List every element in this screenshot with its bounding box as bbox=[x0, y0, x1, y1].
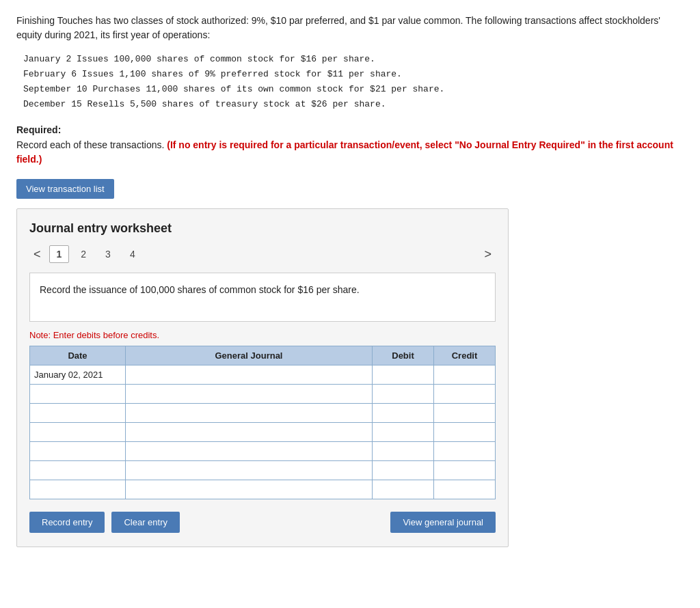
debit-input-4[interactable] bbox=[373, 423, 433, 441]
table-row bbox=[30, 385, 496, 404]
transaction-2: February 6 Issues 1,100 shares of 9% pre… bbox=[23, 67, 684, 82]
transaction-3: September 10 Purchases 11,000 shares of … bbox=[23, 82, 684, 97]
header-credit: Credit bbox=[434, 346, 496, 365]
credit-cell-4[interactable] bbox=[434, 423, 496, 442]
table-row bbox=[30, 480, 496, 499]
debit-input-2[interactable] bbox=[373, 385, 433, 403]
credit-input-1[interactable] bbox=[434, 365, 495, 384]
credit-cell-3[interactable] bbox=[434, 404, 496, 423]
required-body: Record each of these transactions. (If n… bbox=[16, 138, 684, 167]
credit-cell-2[interactable] bbox=[434, 385, 496, 404]
debit-input-1[interactable] bbox=[373, 365, 433, 384]
instruction-box: Record the issuance of 100,000 shares of… bbox=[29, 273, 496, 322]
debit-cell-4[interactable] bbox=[373, 423, 434, 442]
debit-input-5[interactable] bbox=[373, 442, 433, 460]
table-row bbox=[30, 461, 496, 480]
header-general-journal: General Journal bbox=[126, 346, 373, 365]
header-date: Date bbox=[30, 346, 126, 365]
date-cell-6 bbox=[30, 461, 126, 480]
debit-cell-6[interactable] bbox=[373, 461, 434, 480]
journal-input-6[interactable] bbox=[126, 461, 372, 480]
date-cell-4 bbox=[30, 423, 126, 442]
journal-input-1[interactable] bbox=[126, 365, 372, 384]
tab-1[interactable]: 1 bbox=[49, 245, 70, 263]
view-transaction-button[interactable]: View transaction list bbox=[16, 179, 114, 199]
debit-cell-1[interactable] bbox=[373, 365, 434, 385]
date-cell-2 bbox=[30, 385, 126, 404]
tab-left-arrow[interactable]: < bbox=[29, 246, 45, 263]
credit-input-2[interactable] bbox=[434, 385, 495, 403]
credit-cell-1[interactable] bbox=[434, 365, 496, 385]
tab-right-arrow[interactable]: > bbox=[480, 246, 496, 263]
intro-paragraph: Finishing Touches has two classes of sto… bbox=[16, 14, 684, 42]
view-general-journal-button[interactable]: View general journal bbox=[390, 512, 496, 533]
table-row bbox=[30, 442, 496, 461]
date-cell-5 bbox=[30, 442, 126, 461]
tabs-row: < 1 2 3 4 > bbox=[29, 245, 496, 263]
tab-2[interactable]: 2 bbox=[73, 245, 94, 263]
table-row bbox=[30, 404, 496, 423]
journal-entry-worksheet: Journal entry worksheet < 1 2 3 4 > Reco… bbox=[16, 208, 509, 547]
tab-4[interactable]: 4 bbox=[122, 245, 143, 263]
credit-input-5[interactable] bbox=[434, 442, 495, 460]
transaction-1: January 2 Issues 100,000 shares of commo… bbox=[23, 52, 684, 67]
journal-cell-1[interactable] bbox=[126, 365, 373, 385]
buttons-row: Record entry Clear entry View general jo… bbox=[29, 512, 496, 533]
table-row bbox=[30, 423, 496, 442]
worksheet-title: Journal entry worksheet bbox=[29, 221, 496, 236]
date-cell-7 bbox=[30, 480, 126, 499]
journal-cell-4[interactable] bbox=[126, 423, 373, 442]
debit-cell-3[interactable] bbox=[373, 404, 434, 423]
debit-cell-5[interactable] bbox=[373, 442, 434, 461]
credit-input-7[interactable] bbox=[434, 480, 495, 499]
journal-input-2[interactable] bbox=[126, 385, 372, 403]
required-title: Required: bbox=[16, 124, 684, 135]
journal-cell-2[interactable] bbox=[126, 385, 373, 404]
journal-input-7[interactable] bbox=[126, 480, 372, 499]
credit-input-3[interactable] bbox=[434, 404, 495, 422]
credit-cell-5[interactable] bbox=[434, 442, 496, 461]
required-section: Required: Record each of these transacti… bbox=[16, 124, 684, 167]
credit-input-6[interactable] bbox=[434, 461, 495, 480]
date-cell-1: January 02, 2021 bbox=[30, 365, 126, 385]
journal-input-3[interactable] bbox=[126, 404, 372, 422]
debit-input-7[interactable] bbox=[373, 480, 433, 499]
journal-table: Date General Journal Debit Credit Januar… bbox=[29, 346, 496, 499]
date-cell-3 bbox=[30, 404, 126, 423]
debit-cell-7[interactable] bbox=[373, 480, 434, 499]
debit-cell-2[interactable] bbox=[373, 385, 434, 404]
debit-input-3[interactable] bbox=[373, 404, 433, 422]
required-body-plain: Record each of these transactions. bbox=[16, 139, 167, 150]
journal-cell-3[interactable] bbox=[126, 404, 373, 423]
credit-cell-7[interactable] bbox=[434, 480, 496, 499]
credit-cell-6[interactable] bbox=[434, 461, 496, 480]
clear-entry-button[interactable]: Clear entry bbox=[111, 512, 180, 533]
header-debit: Debit bbox=[373, 346, 434, 365]
credit-input-4[interactable] bbox=[434, 423, 495, 441]
debit-input-6[interactable] bbox=[373, 461, 433, 480]
transaction-4: December 15 Resells 5,500 shares of trea… bbox=[23, 97, 684, 112]
tab-3[interactable]: 3 bbox=[98, 245, 118, 263]
transactions-block: January 2 Issues 100,000 shares of commo… bbox=[16, 52, 684, 112]
journal-cell-6[interactable] bbox=[126, 461, 373, 480]
journal-input-5[interactable] bbox=[126, 442, 372, 460]
journal-input-4[interactable] bbox=[126, 423, 372, 441]
journal-cell-5[interactable] bbox=[126, 442, 373, 461]
table-row: January 02, 2021 bbox=[30, 365, 496, 385]
note-text: Note: Enter debits before credits. bbox=[29, 330, 496, 340]
journal-cell-7[interactable] bbox=[126, 480, 373, 499]
record-entry-button[interactable]: Record entry bbox=[29, 512, 105, 533]
